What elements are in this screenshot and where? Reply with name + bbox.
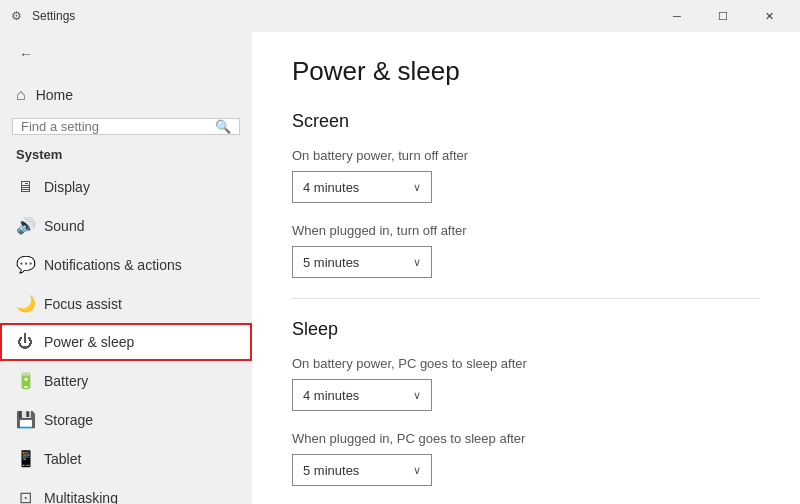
sidebar-item-home[interactable]: ⌂ Home [0,76,252,114]
sidebar-item-display[interactable]: 🖥 Display [0,168,252,206]
sidebar-section-title: System [0,143,252,168]
sidebar-item-focus-assist[interactable]: 🌙 Focus assist [0,284,252,323]
page-title: Power & sleep [292,56,760,87]
sidebar-item-multitasking[interactable]: ⊡ Multitasking [0,478,252,504]
storage-icon: 💾 [16,410,34,429]
sleep-battery-dropdown[interactable]: 4 minutes ∨ [292,379,432,411]
title-bar-title: Settings [32,9,75,23]
sidebar-item-label-battery: Battery [44,373,88,389]
sidebar-nav: ← [0,32,252,76]
multitasking-icon: ⊡ [16,488,34,504]
close-button[interactable]: ✕ [746,0,792,32]
sleep-battery-dropdown-arrow: ∨ [413,389,421,402]
screen-battery-dropdown[interactable]: 4 minutes ∨ [292,171,432,203]
sidebar-item-notifications[interactable]: 💬 Notifications & actions [0,245,252,284]
main-panel: Power & sleep Screen On battery power, t… [252,32,800,504]
screen-plugged-dropdown[interactable]: 5 minutes ∨ [292,246,432,278]
settings-window: ⚙ Settings ─ ☐ ✕ ← ⌂ Home 🔍 System [0,0,800,504]
home-icon: ⌂ [16,86,26,104]
title-bar: ⚙ Settings ─ ☐ ✕ [0,0,800,32]
screen-section: Screen On battery power, turn off after … [292,111,760,278]
settings-app-icon: ⚙ [8,8,24,24]
sidebar-item-sound[interactable]: 🔊 Sound [0,206,252,245]
screen-plugged-label: When plugged in, turn off after [292,223,760,238]
battery-icon: 🔋 [16,371,34,390]
sidebar-item-label-display: Display [44,179,90,195]
sidebar-item-battery[interactable]: 🔋 Battery [0,361,252,400]
title-bar-left: ⚙ Settings [8,8,654,24]
sleep-section-title: Sleep [292,319,760,340]
sound-icon: 🔊 [16,216,34,235]
focus-assist-icon: 🌙 [16,294,34,313]
maximize-button[interactable]: ☐ [700,0,746,32]
sleep-plugged-dropdown-arrow: ∨ [413,464,421,477]
notifications-icon: 💬 [16,255,34,274]
sidebar: ← ⌂ Home 🔍 System 🖥 Display 🔊 Sound � [0,32,252,504]
sleep-plugged-dropdown[interactable]: 5 minutes ∨ [292,454,432,486]
sidebar-item-label-tablet: Tablet [44,451,81,467]
sidebar-item-label-multitasking: Multitasking [44,490,118,505]
screen-plugged-dropdown-value: 5 minutes [303,255,359,270]
search-box[interactable]: 🔍 [12,118,240,135]
content-area: ← ⌂ Home 🔍 System 🖥 Display 🔊 Sound � [0,32,800,504]
sidebar-item-storage[interactable]: 💾 Storage [0,400,252,439]
screen-section-title: Screen [292,111,760,132]
screen-plugged-dropdown-arrow: ∨ [413,256,421,269]
display-icon: 🖥 [16,178,34,196]
home-label: Home [36,87,73,103]
sidebar-item-label-notifications: Notifications & actions [44,257,182,273]
sleep-battery-label: On battery power, PC goes to sleep after [292,356,760,371]
minimize-button[interactable]: ─ [654,0,700,32]
title-bar-controls: ─ ☐ ✕ [654,0,792,32]
section-divider-1 [292,298,760,299]
sidebar-item-label-storage: Storage [44,412,93,428]
screen-battery-label: On battery power, turn off after [292,148,760,163]
search-icon: 🔍 [215,119,231,134]
sleep-battery-dropdown-value: 4 minutes [303,388,359,403]
sleep-section: Sleep On battery power, PC goes to sleep… [292,319,760,486]
power-sleep-icon: ⏻ [16,333,34,351]
sidebar-item-label-focus-assist: Focus assist [44,296,122,312]
sidebar-item-power-sleep[interactable]: ⏻ Power & sleep [0,323,252,361]
back-button[interactable]: ← [12,40,40,68]
sidebar-item-tablet[interactable]: 📱 Tablet [0,439,252,478]
sleep-plugged-dropdown-value: 5 minutes [303,463,359,478]
tablet-icon: 📱 [16,449,34,468]
sidebar-item-label-sound: Sound [44,218,84,234]
screen-battery-dropdown-value: 4 minutes [303,180,359,195]
sleep-plugged-label: When plugged in, PC goes to sleep after [292,431,760,446]
search-input[interactable] [21,119,215,134]
screen-battery-dropdown-arrow: ∨ [413,181,421,194]
sidebar-item-label-power-sleep: Power & sleep [44,334,134,350]
